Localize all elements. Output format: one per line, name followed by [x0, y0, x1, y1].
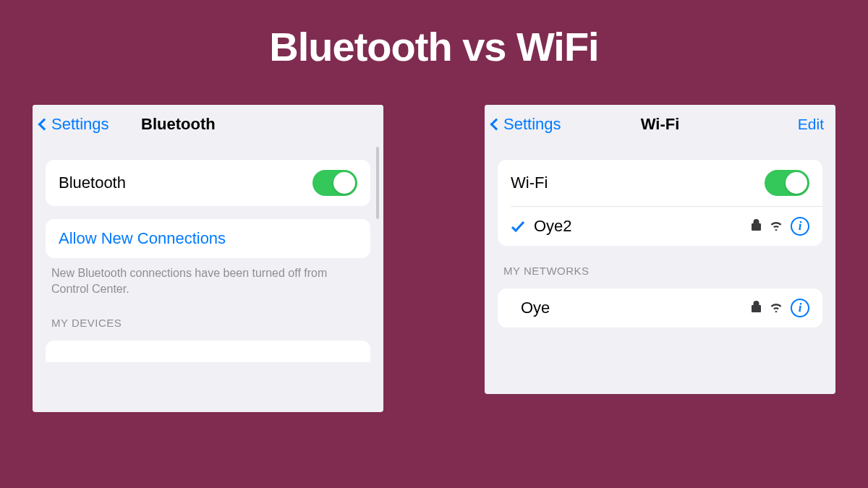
connected-network-row[interactable]: Oye2 i — [498, 207, 822, 246]
lock-icon — [751, 218, 762, 234]
bluetooth-toggle-row: Bluetooth — [46, 160, 370, 206]
wifi-toggle[interactable] — [765, 170, 809, 196]
back-label: Settings — [51, 115, 109, 134]
bluetooth-toggle[interactable] — [312, 170, 357, 196]
devices-card-partial — [46, 341, 370, 362]
edit-button[interactable]: Edit — [798, 116, 824, 133]
bluetooth-panel: Settings Bluetooth Bluetooth Allow New C… — [33, 105, 383, 412]
back-label: Settings — [503, 115, 561, 134]
lock-icon — [751, 300, 762, 316]
wifi-panel: Settings Wi-Fi Edit Wi-Fi Oye2 — [485, 105, 835, 394]
bluetooth-toggle-card: Bluetooth — [46, 160, 370, 206]
back-button[interactable]: Settings — [40, 115, 109, 134]
wifi-main-card: Wi-Fi Oye2 i — [498, 160, 822, 246]
network-status-icons: i — [751, 217, 809, 236]
wifi-toggle-row: Wi-Fi — [498, 160, 822, 206]
network-row[interactable]: Oye i — [498, 288, 822, 328]
network-name: Oye — [511, 299, 751, 317]
checkmark-icon — [511, 220, 525, 233]
wifi-nav-header: Settings Wi-Fi Edit — [485, 105, 835, 142]
allow-connections-card: Allow New Connections — [46, 219, 370, 258]
network-status-icons: i — [751, 299, 809, 317]
wifi-signal-icon — [769, 301, 783, 315]
my-networks-header: MY NETWORKS — [485, 246, 835, 283]
chevron-left-icon — [38, 119, 51, 131]
wifi-toggle-label: Wi-Fi — [511, 174, 765, 192]
scrollbar[interactable] — [376, 147, 379, 219]
info-icon[interactable]: i — [791, 299, 809, 317]
my-devices-header: MY DEVICES — [33, 298, 383, 335]
bluetooth-nav-header: Settings Bluetooth — [33, 105, 383, 142]
chevron-left-icon — [490, 119, 503, 131]
networks-card: Oye i — [498, 288, 822, 328]
toggle-knob — [333, 172, 355, 194]
wifi-nav-title: Wi-Fi — [641, 115, 680, 134]
bluetooth-toggle-label: Bluetooth — [59, 174, 312, 192]
back-button[interactable]: Settings — [492, 115, 561, 134]
allow-connections-row[interactable]: Allow New Connections — [46, 219, 370, 258]
page-title: Bluetooth vs WiFi — [0, 0, 868, 70]
bluetooth-helper-text: New Bluetooth connections have been turn… — [33, 258, 383, 298]
wifi-signal-icon — [769, 219, 783, 234]
bluetooth-nav-title: Bluetooth — [141, 115, 216, 134]
allow-connections-label: Allow New Connections — [59, 229, 357, 248]
toggle-knob — [786, 172, 807, 194]
connected-network-name: Oye2 — [534, 217, 751, 236]
info-icon[interactable]: i — [791, 217, 809, 236]
